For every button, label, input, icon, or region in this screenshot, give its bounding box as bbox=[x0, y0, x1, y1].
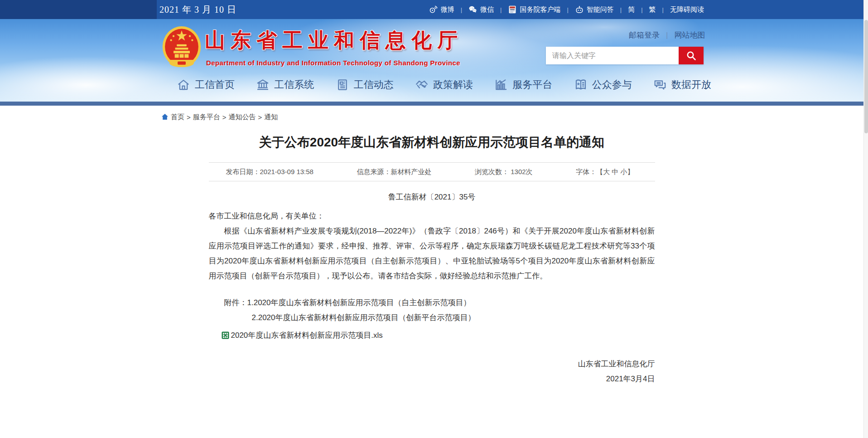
signature-org: 山东省工业和信息化厅 bbox=[209, 356, 655, 371]
wechat-link[interactable]: 微信 bbox=[468, 5, 494, 14]
simplified-chinese-link[interactable]: 简 bbox=[628, 5, 635, 14]
nav-label: 工信系统 bbox=[274, 78, 314, 92]
attachment-line-2: 2.2020年度山东省新材料创新应用示范项目（创新平台示范项目） bbox=[209, 310, 655, 325]
breadcrumb-home-icon bbox=[161, 113, 169, 121]
wechat-label: 微信 bbox=[480, 5, 494, 14]
national-emblem-logo[interactable] bbox=[161, 25, 202, 69]
main-nav: 工信首页 工信系统 工信动态 政策解读 bbox=[177, 78, 711, 92]
nav-item-data[interactable]: 数据开放 bbox=[653, 78, 711, 92]
wechat-icon bbox=[468, 5, 477, 14]
breadcrumb-separator: > bbox=[222, 113, 227, 121]
attachment-file-name: 2020年度山东省新材料创新应用示范项目.xls bbox=[231, 328, 383, 343]
vertical-scrollbar-thumb[interactable] bbox=[864, 20, 868, 133]
weibo-icon bbox=[429, 5, 438, 14]
topbar-separator: | bbox=[641, 6, 642, 13]
attachments-block: 附件：1.2020年度山东省新材料创新应用示范项目（自主创新示范项目） 2.20… bbox=[209, 295, 655, 325]
main-content: 首页 > 服务平台 > 通知公告 > 通知 关于公布2020年度山东省新材料创新… bbox=[0, 112, 863, 386]
topbar-separator: | bbox=[567, 6, 568, 13]
nav-item-service[interactable]: 服务平台 bbox=[494, 78, 552, 92]
weibo-label: 微博 bbox=[441, 5, 454, 14]
traditional-label: 繁 bbox=[649, 5, 656, 14]
site-title: 山东省工业和信息化厅 bbox=[205, 28, 463, 53]
breadcrumb-item-service[interactable]: 服务平台 bbox=[193, 113, 220, 122]
topbar-separator: | bbox=[461, 6, 462, 13]
topbar-separator: | bbox=[620, 6, 622, 13]
breadcrumb-item-home[interactable]: 首页 bbox=[171, 113, 184, 122]
nav-label: 政策解读 bbox=[433, 78, 473, 92]
document-number: 鲁工信新材〔2021〕35号 bbox=[209, 190, 655, 204]
breadcrumb-item-notices[interactable]: 通知公告 bbox=[229, 113, 256, 122]
font-size-options[interactable]: 【大 中 小】 bbox=[596, 168, 634, 175]
nav-item-system[interactable]: 工信系统 bbox=[256, 78, 314, 92]
vertical-scrollbar-track[interactable] bbox=[863, 0, 868, 438]
font-size-control: 字体：【大 中 小】 bbox=[576, 168, 634, 176]
header-quick-links: 邮箱登录 | 网站地图 bbox=[629, 30, 705, 40]
nav-label: 工信动态 bbox=[354, 78, 394, 92]
attachment-file-link[interactable]: 2020年度山东省新材料创新应用示范项目.xls bbox=[209, 328, 655, 343]
signature-date: 2021年3月4日 bbox=[209, 371, 655, 386]
accessibility-link[interactable]: 无障碍阅读 bbox=[670, 5, 704, 14]
signature-block: 山东省工业和信息化厅 2021年3月4日 bbox=[209, 356, 655, 386]
article-body: 根据《山东省新材料产业发展专项规划(2018—2022年)》（鲁政字〔2018〕… bbox=[209, 224, 655, 283]
breadcrumb-separator: > bbox=[187, 113, 191, 121]
excel-file-icon bbox=[222, 331, 229, 339]
search-box bbox=[546, 47, 704, 64]
site-header: 山东省工业和信息化厅 Department of Industry and In… bbox=[0, 19, 863, 102]
topbar-separator: | bbox=[662, 6, 664, 13]
smart-qa-link[interactable]: 智能问答 bbox=[575, 5, 614, 14]
article-title: 关于公布2020年度山东省新材料创新应用示范项目名单的通知 bbox=[209, 133, 655, 151]
weibo-link[interactable]: 微博 bbox=[429, 5, 454, 14]
article-meta-row: 发布日期：2021-03-09 13:58 信息来源：新材料产业处 浏览次数： … bbox=[209, 162, 655, 181]
data-icon bbox=[653, 78, 667, 92]
search-input[interactable] bbox=[546, 47, 679, 64]
nav-item-home[interactable]: 工信首页 bbox=[177, 78, 235, 92]
gov-client-label: 国务院客户端 bbox=[520, 5, 560, 14]
breadcrumb-item-notice[interactable]: 通知 bbox=[264, 113, 278, 122]
site-subtitle-en: Department of Industry and Information T… bbox=[206, 59, 460, 67]
gov-client-icon bbox=[508, 5, 517, 14]
institution-icon bbox=[256, 78, 270, 92]
platform-icon bbox=[494, 78, 508, 92]
policy-icon bbox=[415, 78, 429, 92]
nav-label: 工信首页 bbox=[195, 78, 235, 92]
home-icon bbox=[177, 78, 190, 92]
attachment-line-1: 附件：1.2020年度山东省新材料创新应用示范项目（自主创新示范项目） bbox=[209, 295, 655, 310]
header-separator-bar bbox=[0, 102, 863, 106]
nav-item-participation[interactable]: 公众参与 bbox=[574, 78, 632, 92]
nav-label: 公众参与 bbox=[592, 78, 632, 92]
quick-link-separator: | bbox=[666, 31, 668, 40]
topbar-links: 微博 | 微信 | 国务院客户端 bbox=[429, 0, 704, 19]
topbar-separator: | bbox=[500, 6, 502, 13]
accessibility-label: 无障碍阅读 bbox=[670, 5, 704, 14]
site-map-link[interactable]: 网站地图 bbox=[674, 30, 705, 40]
search-button[interactable] bbox=[679, 47, 704, 64]
robot-icon bbox=[575, 5, 584, 14]
news-icon bbox=[336, 78, 349, 92]
salutation: 各市工业和信息化局，有关单位： bbox=[209, 209, 655, 224]
info-source: 信息来源：新材料产业处 bbox=[357, 168, 431, 176]
font-size-label: 字体： bbox=[576, 168, 596, 175]
current-date: 2021 年 3 月 10 日 bbox=[159, 0, 236, 19]
nav-item-news[interactable]: 工信动态 bbox=[336, 78, 394, 92]
view-count: 浏览次数： 1302次 bbox=[475, 168, 533, 176]
topbar: 2021 年 3 月 10 日 微博 | 微信 | bbox=[0, 0, 863, 19]
search-icon bbox=[686, 50, 697, 61]
nav-label: 数据开放 bbox=[671, 78, 711, 92]
breadcrumb: 首页 > 服务平台 > 通知公告 > 通知 bbox=[161, 112, 863, 122]
nav-label: 服务平台 bbox=[512, 78, 552, 92]
breadcrumb-separator: > bbox=[258, 113, 262, 121]
publish-date: 发布日期：2021-03-09 13:58 bbox=[226, 168, 313, 176]
nav-item-policy[interactable]: 政策解读 bbox=[415, 78, 473, 92]
mail-login-link[interactable]: 邮箱登录 bbox=[629, 30, 660, 40]
traditional-chinese-link[interactable]: 繁 bbox=[649, 5, 656, 14]
participation-icon bbox=[574, 78, 588, 92]
article: 关于公布2020年度山东省新材料创新应用示范项目名单的通知 发布日期：2021-… bbox=[209, 133, 655, 386]
simplified-label: 简 bbox=[628, 5, 635, 14]
gov-client-link[interactable]: 国务院客户端 bbox=[508, 5, 560, 14]
smart-qa-label: 智能问答 bbox=[587, 5, 614, 14]
